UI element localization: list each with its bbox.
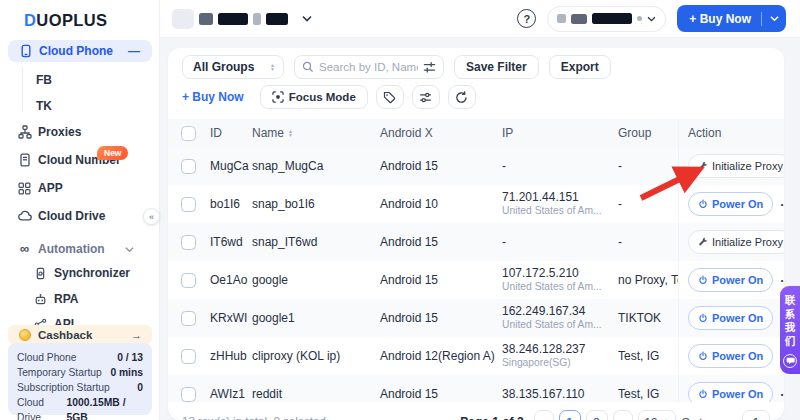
sidebar-collapse-button[interactable]: « xyxy=(143,208,160,225)
cell-id: IT6wd xyxy=(210,235,252,249)
more-actions-button[interactable]: ··· xyxy=(780,197,784,212)
refresh-button[interactable] xyxy=(448,85,476,109)
column-header-group[interactable]: Group xyxy=(618,126,678,140)
cell-action: Power On ··· xyxy=(678,185,784,223)
sidebar-item-cashback[interactable]: Cashback → xyxy=(8,325,152,344)
power-icon xyxy=(698,351,708,361)
buy-now-dropdown-button[interactable] xyxy=(762,15,786,22)
rpa-robot-icon xyxy=(33,292,48,307)
sidebar-item-fb[interactable]: FB xyxy=(0,69,160,91)
power-on-button[interactable]: Power On xyxy=(688,382,773,402)
sidebar-item-synchronizer[interactable]: Synchronizer xyxy=(0,262,160,284)
search-input[interactable] xyxy=(319,61,418,73)
row-checkbox[interactable] xyxy=(181,387,196,402)
device-list-card: All Groups Save Filter Export + Buy Now … xyxy=(168,48,784,420)
cell-name: snap_IT6wd xyxy=(252,235,380,249)
chat-bubble-icon xyxy=(783,354,797,368)
select-all-checkbox[interactable] xyxy=(181,126,196,141)
more-actions-button[interactable]: ··· xyxy=(780,273,784,288)
cell-action: Initialize Proxy ··· xyxy=(678,223,784,261)
search-adjustments-icon[interactable] xyxy=(423,61,436,74)
row-checkbox[interactable] xyxy=(181,273,196,288)
table-row: IT6wd snap_IT6wd Android 15 - - Initiali… xyxy=(168,223,784,261)
sliders-button[interactable] xyxy=(412,85,440,109)
sidebar-item-cloud-drive[interactable]: Cloud Drive xyxy=(0,205,160,227)
column-header-ip[interactable]: IP xyxy=(502,126,618,140)
wrench-icon xyxy=(698,161,708,171)
sidebar-item-rpa[interactable]: RPA xyxy=(0,288,160,310)
sort-icon xyxy=(288,129,293,138)
page-button-1[interactable]: 1 xyxy=(559,410,581,420)
duoplus-logo: DUOPLUS xyxy=(24,11,107,30)
page-info: Page 1 of 2 xyxy=(460,415,523,420)
redacted-text xyxy=(637,16,642,21)
buy-now-link[interactable]: + Buy Now xyxy=(182,90,244,104)
row-checkbox[interactable] xyxy=(181,349,196,364)
cell-android: Android 15 xyxy=(380,235,502,249)
cell-group: - xyxy=(618,197,678,211)
buy-now-button[interactable]: + Buy Now xyxy=(677,12,761,26)
help-icon[interactable]: ? xyxy=(517,9,536,28)
account-menu[interactable] xyxy=(547,6,666,32)
power-on-button[interactable]: Power On xyxy=(688,306,773,330)
column-header-name[interactable]: Name xyxy=(252,126,380,140)
coin-icon xyxy=(19,329,31,341)
cell-group: no Proxy, Te xyxy=(618,273,678,287)
column-header-id[interactable]: ID xyxy=(210,126,252,140)
synchronizer-icon xyxy=(33,266,48,281)
app-grid-icon xyxy=(17,181,32,196)
search-field xyxy=(294,55,444,79)
column-header-android[interactable]: Android X xyxy=(380,126,502,140)
toolbar-row: + Buy Now Focus Mode xyxy=(182,85,770,109)
power-on-button[interactable]: Power On xyxy=(688,268,773,292)
cell-id: AWIz1 xyxy=(210,387,252,401)
power-on-button[interactable]: Power On xyxy=(688,192,773,216)
group-filter-select[interactable]: All Groups xyxy=(182,55,284,79)
cell-android: Android 15 xyxy=(380,311,502,325)
prev-page-button[interactable]: ‹ xyxy=(534,410,554,420)
row-checkbox[interactable] xyxy=(181,197,196,212)
sidebar-item-app[interactable]: APP xyxy=(0,177,160,199)
workspace-switcher[interactable] xyxy=(172,9,312,29)
cell-android: Android 12(Region A) xyxy=(380,349,502,363)
redacted-text xyxy=(253,13,261,25)
collapse-minus-icon[interactable]: — xyxy=(128,44,140,58)
workspace-avatar xyxy=(172,9,194,29)
contact-us-label: 联系我们 xyxy=(783,295,798,349)
table-row: KRxWI google1 Android 15 162.249.167.34U… xyxy=(168,299,784,337)
chevron-down-icon xyxy=(125,246,134,253)
power-on-button[interactable]: Power On xyxy=(688,344,773,368)
next-page-button[interactable]: › xyxy=(613,410,633,420)
focus-mode-button[interactable]: Focus Mode xyxy=(260,85,368,109)
wrench-icon xyxy=(698,237,708,247)
initialize-proxy-button[interactable]: Initialize Proxy xyxy=(688,154,784,178)
initialize-proxy-button[interactable]: Initialize Proxy xyxy=(688,230,784,254)
row-checkbox[interactable] xyxy=(181,159,196,174)
chevron-down-icon xyxy=(302,15,312,22)
sidebar-item-tk[interactable]: TK xyxy=(0,95,160,117)
export-button[interactable]: Export xyxy=(549,55,611,79)
sidebar-item-cloud-number[interactable]: Cloud Number xyxy=(0,149,160,171)
table-row: bo1I6 snap_bo1I6 Android 10 71.201.44.15… xyxy=(168,185,784,223)
sidebar-item-automation[interactable]: Automation xyxy=(0,238,160,260)
tag-icon xyxy=(383,91,396,104)
usage-stats-panel: Cloud Phone0 / 13 Temporary Startup0 min… xyxy=(8,343,152,415)
goto-page-input[interactable] xyxy=(742,410,770,420)
row-checkbox[interactable] xyxy=(181,235,196,250)
cell-ip: 38.135.167.110 xyxy=(502,388,618,401)
cell-android: Android 15 xyxy=(380,387,502,401)
row-checkbox[interactable] xyxy=(181,311,196,326)
cell-ip: 38.246.128.237Singapore(SG) xyxy=(502,343,618,369)
sidebar-item-proxies[interactable]: Proxies xyxy=(0,121,160,143)
more-actions-button[interactable]: ··· xyxy=(780,387,784,402)
page-button-2[interactable]: 2 xyxy=(586,410,608,420)
contact-us-tab[interactable]: 联系我们 xyxy=(780,286,800,374)
save-filter-button[interactable]: Save Filter xyxy=(454,55,539,79)
sidebar-item-cloud-phone[interactable]: Cloud Phone — xyxy=(8,40,152,62)
tag-button[interactable] xyxy=(376,85,404,109)
page-size-select[interactable]: 10 xyxy=(638,410,676,420)
cell-android: Android 15 xyxy=(380,159,502,173)
table-row: MugCa snap_MugCa Android 15 - - Initiali… xyxy=(168,147,784,185)
cell-action: Initialize Proxy ··· xyxy=(678,147,784,185)
cell-group: - xyxy=(618,235,678,249)
